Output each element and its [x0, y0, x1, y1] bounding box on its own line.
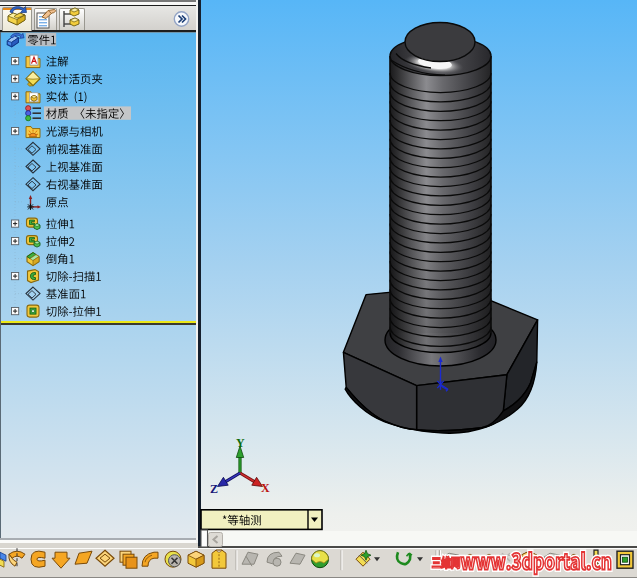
svg-text:Y: Y [236, 436, 245, 450]
svg-text:X: X [261, 481, 270, 495]
svg-text:Z: Z [210, 482, 218, 496]
